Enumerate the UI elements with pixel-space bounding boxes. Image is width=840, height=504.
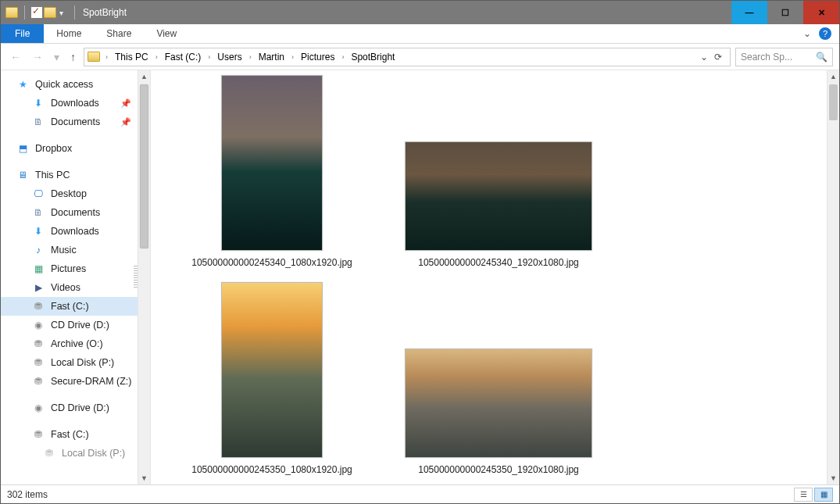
label: Documents	[51, 207, 100, 218]
sidebar-item-fast-c-2[interactable]: ⛃Fast (C:)	[1, 425, 138, 444]
address-bar[interactable]: › This PC › Fast (C:) › Users › Martin ›…	[84, 48, 731, 66]
crumb-pictures[interactable]: Pictures	[298, 52, 338, 63]
sidebar-item-archive-o[interactable]: ⛃Archive (O:)	[1, 334, 138, 353]
sidebar-item-documents-2[interactable]: 🗎Documents	[1, 203, 138, 222]
sidebar-item-local-p-2[interactable]: ⛃Local Disk (P:)	[1, 444, 138, 463]
sidebar-item-secure-z[interactable]: ⛃Secure-DRAM (Z:)	[1, 372, 138, 391]
label: This PC	[35, 170, 70, 181]
tab-view[interactable]: View	[144, 24, 189, 43]
chevron-right-icon[interactable]: ›	[206, 53, 213, 61]
drive-icon: ⛃	[32, 375, 45, 388]
cd-icon: ◉	[32, 319, 45, 331]
drive-icon: ⛃	[32, 428, 45, 441]
sidebar-item-local-p[interactable]: ⛃Local Disk (P:)	[1, 353, 138, 372]
desktop-icon: 🖵	[32, 188, 45, 200]
file-menu[interactable]: File	[1, 24, 44, 43]
chevron-right-icon[interactable]: ›	[289, 53, 296, 61]
sidebar-item-documents[interactable]: 🗎Documents📌	[1, 113, 138, 131]
sidebar-item-cd-d-2[interactable]: ◉CD Drive (D:)	[1, 399, 138, 417]
content-scrollbar[interactable]: ▲ ▼	[827, 70, 839, 484]
close-button[interactable]: ✕	[803, 1, 839, 24]
label: Downloads	[51, 98, 99, 109]
label: Pictures	[51, 263, 86, 274]
chevron-right-icon[interactable]: ›	[153, 53, 160, 61]
sidebar-item-videos[interactable]: ▶Videos	[1, 278, 138, 297]
details-view-button[interactable]: ☰	[794, 488, 813, 502]
up-button[interactable]: ↑	[67, 51, 79, 63]
sidebar-item-downloads[interactable]: ⬇Downloads📌	[1, 94, 138, 113]
scroll-down-icon[interactable]: ▼	[827, 472, 839, 484]
label: Documents	[51, 116, 100, 127]
quick-access-toolbar: ▾	[1, 5, 70, 20]
label: Fast (C:)	[51, 301, 89, 312]
title-bar[interactable]: ▾ SpotBright — ☐ ✕	[1, 1, 839, 24]
sidebar-item-music[interactable]: ♪Music	[1, 241, 138, 259]
sidebar-item-this-pc[interactable]: 🖥This PC	[1, 166, 138, 184]
window-title: SpotBright	[80, 7, 127, 18]
scroll-thumb[interactable]	[829, 84, 838, 120]
crumb-users[interactable]: Users	[214, 52, 245, 63]
thumbnail-image	[221, 282, 323, 458]
file-item[interactable]: 105000000000245340_1920x1080.jpg	[401, 141, 596, 268]
folder-icon	[88, 52, 100, 62]
file-list[interactable]: 105000000000245340_1080x1920.jpg10500000…	[151, 70, 827, 484]
help-icon[interactable]: ?	[819, 27, 831, 40]
crumb-martin[interactable]: Martin	[256, 52, 288, 63]
refresh-icon[interactable]: ⟳	[714, 52, 722, 63]
file-name: 105000000000245340_1080x1920.jpg	[191, 257, 352, 268]
drive-icon: ⛃	[43, 447, 55, 459]
pin-icon: 📌	[120, 117, 131, 127]
file-item[interactable]: 105000000000245350_1080x1920.jpg	[174, 282, 370, 475]
ribbon-expand-icon[interactable]: ⌄	[803, 28, 811, 39]
recent-locations-button[interactable]: ▾	[51, 51, 63, 63]
chevron-down-icon[interactable]: ▾	[58, 9, 65, 17]
sidebar-item-quick-access[interactable]: ★Quick access	[1, 75, 138, 94]
document-icon: 🗎	[32, 116, 45, 128]
pc-icon: 🖥	[16, 169, 29, 181]
minimize-button[interactable]: —	[731, 1, 767, 24]
ribbon: File Home Share View ⌄ ?	[1, 24, 839, 44]
chevron-right-icon[interactable]: ›	[247, 53, 254, 61]
forward-button[interactable]: →	[29, 51, 46, 63]
drive-icon: ⛃	[32, 356, 45, 369]
search-icon: 🔍	[816, 52, 827, 63]
crumb-this-pc[interactable]: This PC	[112, 52, 152, 63]
sidebar-scrollbar[interactable]: ▲ ▼	[138, 70, 150, 484]
search-input[interactable]: Search Sp... 🔍	[735, 48, 833, 66]
file-item[interactable]: 105000000000245340_1080x1920.jpg	[174, 75, 370, 268]
sidebar-item-downloads-2[interactable]: ⬇Downloads	[1, 222, 138, 241]
sidebar-item-pictures[interactable]: ▦Pictures	[1, 259, 138, 278]
nav-row: ← → ▾ ↑ › This PC › Fast (C:) › Users › …	[1, 44, 839, 70]
thumbnail-image	[405, 349, 592, 458]
properties-icon[interactable]	[31, 7, 42, 18]
tab-home[interactable]: Home	[44, 24, 94, 43]
quick-access-icon: ★	[16, 78, 29, 91]
chevron-right-icon[interactable]: ›	[103, 53, 110, 61]
scroll-up-icon[interactable]: ▲	[827, 70, 839, 83]
thumbnail-image	[405, 141, 592, 251]
scroll-up-icon[interactable]: ▲	[138, 70, 150, 83]
file-item[interactable]: 105000000000245350_1920x1080.jpg	[401, 349, 596, 475]
maximize-button[interactable]: ☐	[767, 1, 803, 24]
label: Local Disk (P:)	[51, 357, 114, 368]
search-placeholder: Search Sp...	[741, 52, 792, 63]
sidebar-item-dropbox[interactable]: ⬒Dropbox	[1, 139, 138, 158]
label: Secure-DRAM (Z:)	[51, 376, 131, 387]
chevron-right-icon[interactable]: ›	[339, 53, 346, 61]
tab-share[interactable]: Share	[94, 24, 144, 43]
new-folder-icon[interactable]	[44, 7, 56, 18]
back-button[interactable]: ←	[7, 51, 24, 63]
sidebar-item-desktop[interactable]: 🖵Desktop	[1, 184, 138, 203]
sidebar-item-fast-c[interactable]: ⛃Fast (C:)	[1, 297, 138, 316]
crumb-fast-c[interactable]: Fast (C:)	[162, 52, 205, 63]
address-dropdown-icon[interactable]: ⌄	[700, 52, 708, 63]
thumbnails-view-button[interactable]: ▦	[814, 488, 833, 502]
label: Desktop	[51, 188, 87, 199]
sidebar-item-cd-d[interactable]: ◉CD Drive (D:)	[1, 316, 138, 334]
label: CD Drive (D:)	[51, 402, 109, 413]
label: Fast (C:)	[51, 429, 89, 440]
scroll-thumb[interactable]	[140, 84, 148, 248]
scroll-down-icon[interactable]: ▼	[138, 472, 150, 484]
crumb-spotbright[interactable]: SpotBright	[348, 52, 398, 63]
pictures-icon: ▦	[32, 263, 45, 275]
